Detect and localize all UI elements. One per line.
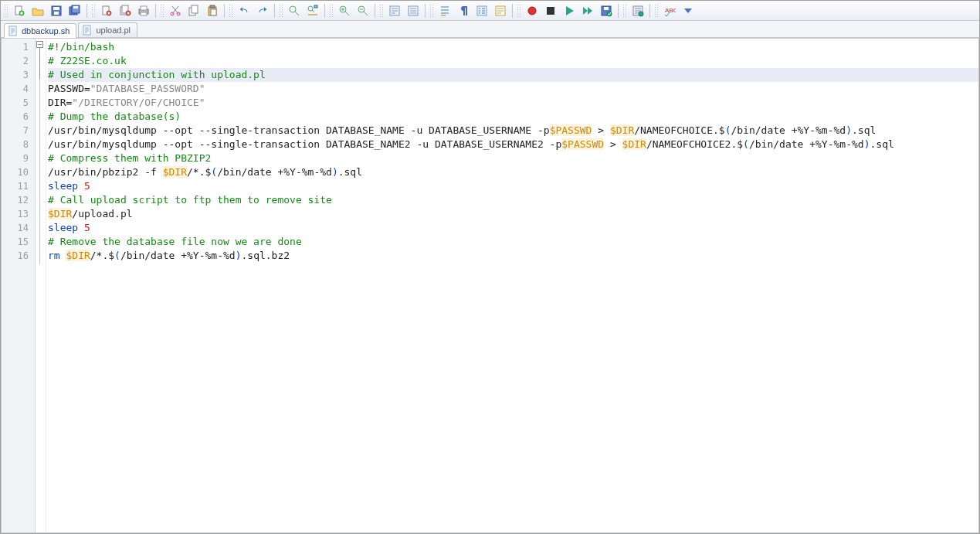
code-line[interactable]: sleep 5: [48, 221, 978, 235]
code-line[interactable]: # Remove the database file now we are do…: [48, 235, 978, 249]
code-token: /*.$: [187, 166, 211, 178]
code-token: (: [114, 250, 120, 261]
code-token: /bin/date +%Y-%m-%d: [749, 138, 864, 150]
record-macro-button[interactable]: [524, 2, 541, 19]
toolbar-separator: [86, 4, 87, 18]
print-icon: [137, 5, 150, 17]
code-line[interactable]: PASSWD="DATABASE_PASSWORD": [48, 82, 978, 96]
toggle-whitespace-button[interactable]: [405, 2, 422, 19]
toolbar-separator: [155, 4, 156, 18]
code-line[interactable]: DIR="/DIRECTORY/OF/CHOICE": [48, 96, 978, 110]
spellcheck-icon: ABC: [663, 5, 676, 17]
code-token: /*.$: [90, 250, 114, 261]
play-macro-button[interactable]: [561, 2, 578, 19]
toolbar-separator: [375, 4, 375, 18]
close-file-button[interactable]: [98, 2, 115, 19]
undo-button[interactable]: [236, 2, 253, 19]
svg-rect-33: [547, 7, 554, 15]
line-number: 10: [2, 165, 35, 179]
code-token: 5: [84, 180, 90, 192]
paste-button[interactable]: [204, 2, 221, 19]
code-token: /bin/date +%Y-%m-%d: [731, 124, 846, 136]
editor-tab[interactable]: dbbackup.sh: [4, 23, 76, 38]
redo-button[interactable]: [254, 2, 271, 19]
print-button[interactable]: [135, 2, 152, 19]
fold-guide: [39, 48, 40, 79]
play-macro-icon: [563, 5, 575, 17]
code-token: $PASSWD: [550, 124, 592, 136]
zoom-out-button[interactable]: [354, 2, 371, 19]
indent-left-button[interactable]: [436, 2, 453, 19]
find-replace-icon: [307, 5, 319, 17]
stop-macro-icon: [544, 5, 557, 17]
indent-left-icon: [439, 5, 451, 17]
code-editor[interactable]: #!/bin/bash# Z22SE.co.uk# Used in conjun…: [46, 39, 978, 532]
svg-rect-15: [141, 12, 147, 15]
toggle-line-numbers-button[interactable]: [473, 2, 490, 19]
code-line[interactable]: # Dump the database(s): [48, 110, 978, 124]
toolbar-grip: [229, 4, 233, 18]
code-token: $DIR: [66, 250, 90, 261]
toolbar-separator: [224, 4, 225, 18]
toolbar-grip: [622, 4, 627, 18]
code-token: #!/bin/bash: [48, 41, 114, 53]
code-token: (: [211, 166, 217, 178]
code-line[interactable]: # Z22SE.co.uk: [48, 54, 978, 68]
code-line[interactable]: /usr/bin/mysqldump --opt --single-transa…: [48, 124, 978, 138]
code-line[interactable]: # Call upload script to ftp them to remo…: [48, 193, 978, 207]
spellcheck-button[interactable]: ABC: [661, 2, 678, 19]
run-button[interactable]: [629, 2, 646, 19]
save-button[interactable]: [48, 2, 65, 19]
code-token: sleep: [48, 222, 78, 233]
new-file-button[interactable]: [11, 2, 28, 19]
code-token: $DIR: [622, 138, 646, 150]
code-line[interactable]: /usr/bin/mysqldump --opt --single-transa…: [48, 138, 978, 151]
code-line[interactable]: rm $DIR/*.$(/bin/date +%Y-%m-%d).sql.bz2: [48, 249, 978, 263]
code-token: ): [846, 124, 852, 136]
save-all-button[interactable]: [66, 2, 83, 19]
save-macro-icon: [600, 5, 612, 17]
editor-tab[interactable]: upload.pl: [78, 22, 137, 37]
code-line[interactable]: # Compress them with PBZIP2: [48, 151, 978, 165]
options-dropdown-button[interactable]: [680, 2, 697, 19]
svg-rect-14: [141, 6, 147, 10]
code-line[interactable]: # Used in conjunction with upload.pl: [48, 68, 978, 82]
show-pilcrow-button[interactable]: [455, 2, 472, 19]
play-fast-button[interactable]: [579, 2, 596, 19]
code-token: $DIR: [48, 208, 72, 219]
save-macro-button[interactable]: [598, 2, 615, 19]
code-token: /bin/date +%Y-%m-%d: [217, 166, 332, 178]
find-button[interactable]: [286, 2, 303, 19]
zoom-in-icon: [338, 5, 351, 17]
code-line[interactable]: /usr/bin/pbzip2 -f $DIR/*.$(/bin/date +%…: [48, 165, 978, 179]
svg-rect-19: [192, 5, 198, 13]
fold-guide: [39, 79, 40, 264]
svg-rect-4: [54, 12, 59, 15]
svg-rect-22: [211, 9, 216, 15]
stop-macro-button[interactable]: [542, 2, 559, 19]
zoom-in-button[interactable]: [336, 2, 353, 19]
code-token: sleep: [48, 180, 78, 192]
code-line[interactable]: sleep 5: [48, 179, 978, 193]
close-all-button[interactable]: [117, 2, 134, 19]
toggle-wrap-button[interactable]: [386, 2, 403, 19]
find-replace-button[interactable]: [304, 2, 321, 19]
find-icon: [288, 5, 300, 17]
code-line[interactable]: #!/bin/bash: [48, 40, 978, 54]
document-map-icon: [494, 5, 507, 17]
cut-button[interactable]: [167, 2, 184, 19]
code-token: .sql.bz2: [241, 250, 290, 261]
zoom-out-icon: [357, 5, 369, 17]
fold-collapse-icon[interactable]: [36, 41, 43, 48]
code-token: $DIR: [163, 166, 187, 178]
code-line[interactable]: $DIR/upload.pl: [48, 207, 978, 221]
svg-point-23: [290, 6, 296, 12]
line-number: 4: [2, 82, 35, 96]
code-token: >: [604, 138, 622, 150]
copy-button[interactable]: [185, 2, 202, 19]
new-file-icon: [13, 5, 25, 17]
undo-icon: [238, 5, 250, 17]
code-token: /upload.pl: [72, 208, 132, 219]
open-file-button[interactable]: [29, 2, 46, 19]
document-map-button[interactable]: [492, 2, 509, 19]
